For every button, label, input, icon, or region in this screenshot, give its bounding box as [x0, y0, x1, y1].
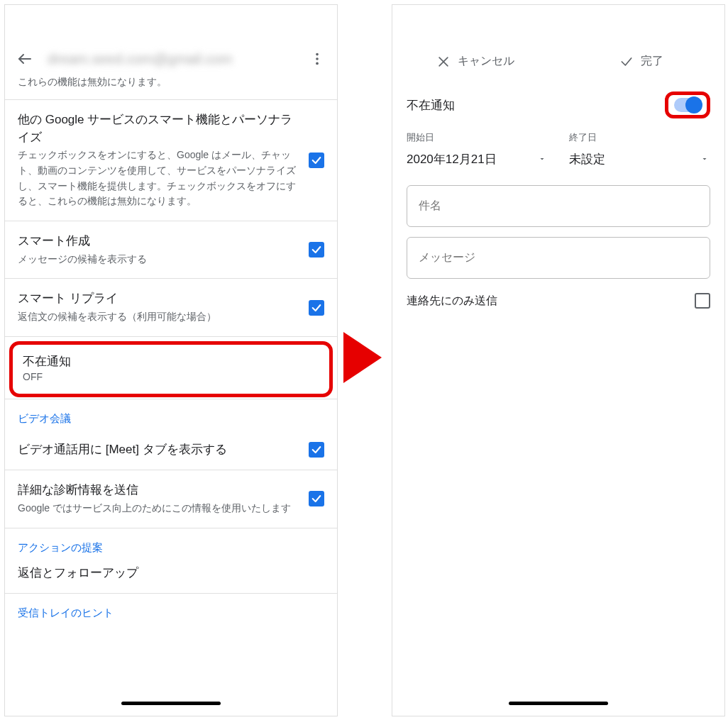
svg-point-3: [316, 62, 319, 65]
svg-point-1: [316, 53, 319, 56]
checkbox-diagnostics[interactable]: [309, 491, 324, 506]
end-date-picker[interactable]: 終了日 未設定: [569, 131, 710, 175]
row-desc: 返信文の候補を表示する（利用可能な場合）: [18, 309, 299, 325]
row-meet-tab[interactable]: ビデオ通話用に [Meet] タブを表示する: [5, 430, 337, 470]
checkbox-smart-compose[interactable]: [309, 242, 324, 257]
row-reply-followup[interactable]: 返信とフォローアップ: [5, 559, 337, 594]
appbar: dream.seed.com@gmail.com: [5, 45, 337, 74]
overflow-menu-icon[interactable]: [307, 49, 327, 69]
done-label: 完了: [641, 54, 663, 69]
row-state: OFF: [23, 371, 319, 382]
subject-input[interactable]: 件名: [407, 185, 710, 227]
row-contacts-only[interactable]: 連絡先にのみ送信: [392, 279, 724, 323]
row-out-of-office[interactable]: 不在通知 OFF: [9, 341, 333, 397]
section-inbox-tips: 受信トレイのヒント: [5, 593, 337, 624]
checkbox-meet-tab[interactable]: [309, 442, 324, 458]
row-smart-compose[interactable]: スマート作成 メッセージの候補を表示する: [5, 221, 337, 278]
check-icon: [619, 55, 634, 69]
row-title: 他の Google サービスのスマート機能とパーソナライズ: [18, 111, 299, 146]
status-bar-space: [392, 5, 724, 45]
row-title: ビデオ通話用に [Meet] タブを表示する: [18, 441, 299, 459]
row-title: 詳細な診断情報を送信: [18, 482, 299, 499]
nav-bar: [5, 702, 337, 713]
section-action-suggestions: アクションの提案: [5, 528, 337, 559]
nav-bar: [392, 702, 724, 713]
row-title: スマート作成: [18, 233, 299, 250]
done-button[interactable]: 完了: [558, 45, 724, 78]
ooo-label: 不在通知: [407, 97, 665, 113]
disabled-features-note: これらの機能は無効になります。: [5, 74, 337, 99]
row-title: スマート リプライ: [18, 290, 299, 308]
message-input[interactable]: メッセージ: [407, 237, 710, 279]
row-smart-reply[interactable]: スマート リプライ 返信文の候補を表示する（利用可能な場合）: [5, 278, 337, 336]
settings-screen: dream.seed.com@gmail.com これらの機能は無効になります。…: [4, 4, 338, 716]
close-icon: [436, 55, 451, 69]
cancel-button[interactable]: キャンセル: [392, 45, 558, 78]
row-ooo-toggle: 不在通知: [392, 79, 724, 131]
highlight-ring: [665, 92, 710, 118]
checkbox-contacts-only[interactable]: [695, 293, 710, 309]
end-date-label: 終了日: [569, 131, 710, 144]
checkbox-smart-reply[interactable]: [309, 300, 324, 316]
row-other-google-services[interactable]: 他の Google サービスのスマート機能とパーソナライズ チェックボックスをオ…: [5, 99, 337, 221]
ooo-toggle[interactable]: [674, 98, 701, 112]
section-video-meeting: ビデオ会議: [5, 399, 337, 430]
topbar: キャンセル 完了: [392, 45, 724, 79]
dropdown-icon: [538, 153, 546, 167]
checkbox-other-google-services[interactable]: [309, 153, 324, 168]
start-date-picker[interactable]: 開始日 2020年12月21日: [407, 131, 548, 175]
arrow-icon: [343, 332, 382, 383]
dropdown-icon: [700, 153, 709, 167]
start-date-value: 2020年12月21日: [407, 151, 497, 167]
date-row: 開始日 2020年12月21日 終了日 未設定: [392, 131, 724, 175]
contacts-only-label: 連絡先にのみ送信: [407, 294, 695, 309]
row-desc: メッセージの候補を表示する: [18, 252, 299, 267]
cancel-label: キャンセル: [458, 54, 514, 69]
account-email: dream.seed.com@gmail.com: [35, 51, 307, 67]
row-title: 返信とフォローアップ: [18, 565, 314, 582]
row-diagnostics[interactable]: 詳細な診断情報を送信 Google ではサービス向上のためにこの情報を使用いたし…: [5, 470, 337, 527]
end-date-value: 未設定: [569, 151, 605, 167]
svg-point-2: [316, 57, 319, 60]
status-bar-space: [5, 5, 337, 45]
row-title: 不在通知: [23, 353, 319, 370]
row-out-of-office-wrap: 不在通知 OFF: [5, 336, 337, 397]
row-desc: チェックボックスをオンにすると、Google はメール、チャット、動画のコンテン…: [18, 148, 299, 209]
start-date-label: 開始日: [407, 131, 548, 144]
out-of-office-screen: キャンセル 完了 不在通知 開始日 2020年12月21日 終了日 未設定: [392, 4, 725, 716]
back-icon[interactable]: [15, 49, 35, 69]
row-desc: Google ではサービス向上のためにこの情報を使用いたします: [18, 501, 299, 516]
